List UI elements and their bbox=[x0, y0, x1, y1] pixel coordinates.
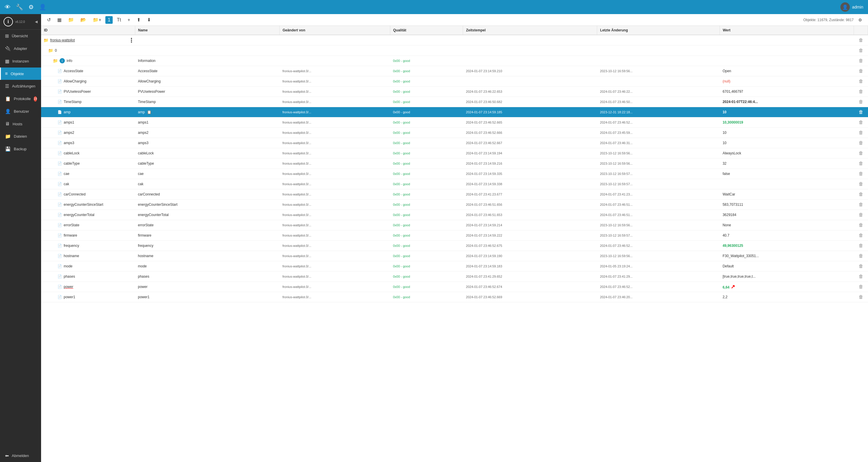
table-row[interactable]: 📄 energyCounterSinceStart energyCounterS… bbox=[41, 199, 868, 210]
folder-add-button[interactable]: 📁+ bbox=[90, 16, 103, 24]
upload-button[interactable]: ⬆ bbox=[134, 16, 143, 24]
td-delete[interactable]: 🗑 bbox=[854, 241, 868, 251]
settings-button[interactable]: ⚙ bbox=[856, 17, 865, 24]
delete-button[interactable]: 🗑 bbox=[857, 202, 865, 208]
filter-button[interactable]: 1 bbox=[105, 16, 113, 24]
delete-button[interactable]: 🗑 bbox=[857, 150, 865, 156]
table-row[interactable]: 📄 cak cak fronius-wattpilot.0/... 0x00 -… bbox=[41, 179, 868, 189]
download-button[interactable]: ⬇ bbox=[145, 16, 153, 24]
delete-button[interactable]: 🗑 bbox=[857, 222, 865, 228]
td-delete[interactable]: 🗑 bbox=[854, 261, 868, 272]
table-row[interactable]: 📄 carConnected carConnected fronius-watt… bbox=[41, 189, 868, 199]
td-delete[interactable]: 🗑 bbox=[854, 220, 868, 230]
wrench-icon[interactable]: 🔧 bbox=[16, 3, 23, 10]
col-name[interactable]: Name bbox=[135, 26, 279, 35]
col-qualitaet[interactable]: Qualität bbox=[390, 26, 463, 35]
delete-button[interactable]: 🗑 bbox=[857, 191, 865, 197]
table-row[interactable]: 📄 phases phases fronius-wattpilot.0/... … bbox=[41, 272, 868, 282]
td-delete[interactable]: 🗑 bbox=[854, 292, 868, 302]
delete-button[interactable]: 🗑 bbox=[857, 160, 865, 167]
folder-open-button[interactable]: 📂 bbox=[78, 16, 89, 24]
sidebar-item-benutzer[interactable]: 👤 Benutzer bbox=[0, 105, 41, 118]
table-row[interactable]: 📁 fronius-wattpilot 🗑 bbox=[41, 35, 868, 45]
eye-icon[interactable]: 👁 bbox=[5, 4, 10, 10]
delete-button[interactable]: 🗑 bbox=[857, 129, 865, 136]
td-delete[interactable]: 🗑 bbox=[854, 117, 868, 128]
td-delete[interactable]: 🗑 bbox=[854, 158, 868, 169]
delete-button[interactable]: 🗑 bbox=[857, 88, 865, 95]
table-row[interactable]: 📄 amps3 amps3 fronius-wattpilot.0/... 0x… bbox=[41, 138, 868, 148]
td-delete[interactable]: 🗑 bbox=[854, 138, 868, 148]
table-row[interactable]: 📄 amps2 amps2 fronius-wattpilot.0/... 0x… bbox=[41, 128, 868, 138]
table-row[interactable]: 📄 frequency frequency fronius-wattpilot.… bbox=[41, 241, 868, 251]
delete-button[interactable]: 🗑 bbox=[857, 273, 865, 280]
delete-button[interactable]: 🗑 bbox=[857, 283, 865, 290]
table-row[interactable]: 📁 0 🗑 bbox=[41, 45, 868, 56]
add-button[interactable]: + bbox=[125, 16, 132, 24]
table-row[interactable]: 📄 AccessState AccessState fronius-wattpi… bbox=[41, 66, 868, 76]
table-row[interactable]: 📄 mode mode fronius-wattpilot.0/... 0x00… bbox=[41, 261, 868, 272]
col-letzte-aenderung[interactable]: Letzte Änderung bbox=[597, 26, 720, 35]
td-delete[interactable]: 🗑 bbox=[854, 210, 868, 220]
td-delete[interactable]: 🗑 bbox=[854, 282, 868, 292]
table-row[interactable]: 📄 firmware firmware fronius-wattpilot.0/… bbox=[41, 230, 868, 241]
table-row[interactable]: 📄 power power fronius-wattpilot.0/... 0x… bbox=[41, 282, 868, 292]
table-row[interactable]: 📄 amps1 amps1 fronius-wattpilot.0/... 0x… bbox=[41, 117, 868, 128]
sidebar-item-instanzen[interactable]: ▦ Instanzen bbox=[0, 55, 41, 67]
delete-button[interactable]: 🗑 bbox=[857, 58, 865, 64]
delete-button[interactable]: 🗑 bbox=[857, 140, 865, 146]
td-delete[interactable]: 🗑 bbox=[854, 107, 868, 117]
delete-button[interactable]: 🗑 bbox=[857, 294, 865, 300]
td-delete[interactable]: 🗑 bbox=[854, 251, 868, 261]
td-delete[interactable]: 🗑 bbox=[854, 272, 868, 282]
view-toggle-button[interactable]: ▦ bbox=[55, 16, 64, 24]
sidebar-item-hosts[interactable]: 🖥 Hosts bbox=[0, 118, 41, 130]
sidebar-item-backup[interactable]: 💾 Backup bbox=[0, 143, 41, 155]
delete-button[interactable]: 🗑 bbox=[857, 242, 865, 249]
delete-button[interactable]: 🗑 bbox=[857, 78, 865, 85]
table-row[interactable]: 📄 TimeStamp TimeStamp fronius-wattpilot.… bbox=[41, 97, 868, 107]
table-row[interactable]: 📄 PVUselessPower PVUselessPower fronius-… bbox=[41, 87, 868, 97]
sidebar-item-objekte[interactable]: ≡ Objekte bbox=[0, 67, 41, 80]
folder-button[interactable]: 📁 bbox=[66, 16, 76, 24]
table-row[interactable]: 📄 cableType cableType fronius-wattpilot.… bbox=[41, 158, 868, 169]
td-delete[interactable]: 🗑 bbox=[854, 189, 868, 199]
td-delete[interactable]: 🗑 bbox=[854, 97, 868, 107]
collapse-button[interactable]: ◀ bbox=[35, 20, 37, 24]
col-id[interactable]: ID bbox=[41, 26, 135, 35]
sidebar-item-dateien[interactable]: 📁 Dateien bbox=[0, 130, 41, 143]
table-row[interactable]: 📄 AllowCharging AllowCharging fronius-wa… bbox=[41, 76, 868, 87]
td-delete[interactable]: 🗑 bbox=[854, 56, 868, 66]
td-delete[interactable]: 🗑 bbox=[854, 76, 868, 87]
delete-button[interactable]: 🗑 bbox=[857, 253, 865, 259]
sidebar-item-protokolle[interactable]: 📋 Protokolle 19 bbox=[0, 92, 41, 105]
delete-button[interactable]: 🗑 bbox=[857, 263, 865, 270]
dots-menu[interactable] bbox=[131, 38, 132, 42]
col-geaendert-von[interactable]: Geändert von bbox=[279, 26, 390, 35]
td-delete[interactable]: 🗑 bbox=[854, 179, 868, 189]
text-filter-button[interactable]: Tt bbox=[115, 16, 123, 24]
table-row[interactable]: 📁 i info Information 0x00 - good 🗑 bbox=[41, 56, 868, 66]
td-delete[interactable]: 🗑 bbox=[854, 128, 868, 138]
col-zeitstempel[interactable]: Zeitstempel bbox=[463, 26, 597, 35]
table-row[interactable]: 📄 power1 power1 fronius-wattpilot.0/... … bbox=[41, 292, 868, 302]
delete-button[interactable]: 🗑 bbox=[857, 181, 865, 187]
delete-button[interactable]: 🗑 bbox=[857, 212, 865, 218]
delete-button[interactable]: 🗑 bbox=[857, 68, 865, 74]
td-delete[interactable]: 🗑 bbox=[854, 66, 868, 76]
delete-button[interactable]: 🗑 bbox=[857, 37, 865, 43]
table-row[interactable]: 📄 hostname hostname fronius-wattpilot.0/… bbox=[41, 251, 868, 261]
person-icon[interactable]: 👤 bbox=[39, 3, 46, 10]
td-delete[interactable]: 🗑 bbox=[854, 199, 868, 210]
table-row[interactable]: 📄 cae cae fronius-wattpilot.0/... 0x00 -… bbox=[41, 169, 868, 179]
sidebar-item-aufzaehlungen[interactable]: ☰ Aufzählungen bbox=[0, 80, 41, 92]
td-delete[interactable]: 🗑 bbox=[854, 230, 868, 241]
delete-button[interactable]: 🗑 bbox=[857, 171, 865, 177]
col-wert[interactable]: Wert bbox=[719, 26, 854, 35]
td-delete[interactable]: 🗑 bbox=[854, 45, 868, 56]
table-row[interactable]: 📄 energyCounterTotal energyCounterTotal … bbox=[41, 210, 868, 220]
td-delete[interactable]: 🗑 bbox=[854, 169, 868, 179]
td-delete[interactable]: 🗑 bbox=[854, 148, 868, 158]
refresh-button[interactable]: ↺ bbox=[44, 16, 53, 24]
table-row[interactable]: 📄 errorState errorState fronius-wattpilo… bbox=[41, 220, 868, 230]
